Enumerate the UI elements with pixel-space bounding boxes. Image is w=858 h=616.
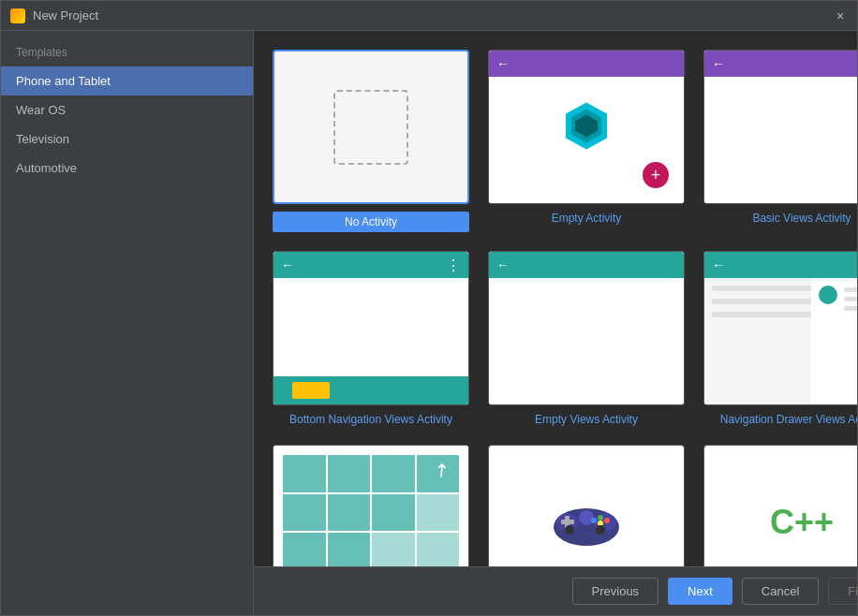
previous-button[interactable]: Previous — [572, 578, 659, 605]
phone-mockup-basic: ← ⋮ + — [704, 51, 857, 203]
phone-top-bar-nav-drawer: ← ⋮ — [704, 252, 857, 278]
card-preview-cpp: C++ — [703, 445, 857, 566]
hex-icon — [558, 97, 614, 156]
card-preview-game — [488, 445, 685, 566]
back-arrow-icon-empty-views: ← — [496, 257, 510, 272]
phone-mockup-empty: ← + — [489, 51, 684, 203]
card-label-empty-views: Empty Views Activity — [535, 413, 638, 426]
card-label-empty-activity: Empty Activity — [552, 212, 622, 225]
finish-button[interactable]: Finish — [828, 578, 857, 605]
dashed-rect-icon — [333, 90, 408, 165]
template-card-nav-drawer[interactable]: ← ⋮ — [703, 251, 857, 426]
close-button[interactable]: × — [833, 8, 848, 23]
svg-point-9 — [598, 515, 603, 521]
template-card-game[interactable]: Game Activity — [488, 445, 685, 566]
bottom-action-bar: Previous Next Cancel Finish — [254, 566, 857, 615]
nav-drawer-main — [811, 278, 857, 404]
phone-top-bar-bottom-nav: ← ⋮ — [274, 252, 468, 278]
phone-top-bar-empty-views: ← — [489, 252, 684, 278]
template-card-native-cpp[interactable]: C++ Native C++ — [703, 445, 857, 566]
content-area: Templates Phone and Tablet Wear OS Telev… — [1, 31, 857, 615]
nav-drawer-overlay — [704, 278, 821, 404]
svg-point-10 — [604, 518, 610, 523]
sidebar-item-phone-tablet[interactable]: Phone and Tablet — [1, 66, 253, 95]
svg-point-14 — [596, 525, 605, 535]
phone-top-bar-empty: ← — [489, 51, 684, 77]
back-arrow-icon-nav-drawer: ← — [712, 257, 725, 272]
template-card-empty-activity[interactable]: ← + — [488, 50, 685, 232]
gamepad-icon — [549, 494, 624, 550]
card-preview-no-activity — [273, 50, 469, 204]
more-vert-icon-bottom-nav: ⋮ — [446, 257, 461, 274]
phone-top-bar-basic: ← ⋮ — [704, 51, 857, 77]
template-card-responsive[interactable]: ↗ Responsive Views Activity — [273, 445, 469, 566]
template-grid: No Activity ← — [254, 31, 857, 566]
card-preview-basic-views: ← ⋮ + — [703, 50, 857, 204]
card-label-no-activity: No Activity — [273, 212, 469, 232]
card-label-basic-views: Basic Views Activity — [752, 212, 851, 225]
bottom-nav-yellow-indicator — [292, 382, 330, 399]
app-icon — [10, 8, 25, 23]
phone-mockup-bottom-nav: ← ⋮ — [274, 252, 468, 404]
chart-preview: ↗ — [274, 446, 468, 566]
card-preview-responsive: ↗ — [273, 445, 469, 566]
sidebar-item-television[interactable]: Television — [1, 125, 253, 154]
phone-mockup-empty-views: ← — [489, 252, 684, 404]
back-arrow-icon-basic: ← — [712, 56, 725, 71]
template-card-bottom-nav[interactable]: ← ⋮ Bottom Navigation Views Activity — [273, 251, 469, 426]
card-label-bottom-nav: Bottom Navigation Views Activity — [289, 413, 452, 426]
template-card-no-activity[interactable]: No Activity — [273, 50, 469, 232]
sidebar-section-label: Templates — [1, 40, 253, 66]
main-area: No Activity ← — [254, 31, 857, 615]
phone-mockup-nav-drawer: ← ⋮ — [704, 252, 857, 404]
svg-point-12 — [591, 518, 597, 523]
back-arrow-icon: ← — [496, 56, 510, 71]
card-preview-empty-activity: ← + — [488, 50, 685, 204]
template-card-basic-views[interactable]: ← ⋮ + Basic Views Activity — [703, 50, 857, 232]
back-arrow-icon-bottom-nav: ← — [281, 257, 294, 272]
card-preview-bottom-nav: ← ⋮ — [273, 251, 469, 405]
card-label-nav-drawer: Navigation Drawer Views Activity — [720, 413, 857, 426]
card-preview-nav-drawer: ← ⋮ — [703, 251, 857, 405]
cancel-button[interactable]: Cancel — [742, 578, 819, 605]
bottom-nav-bar — [274, 376, 468, 404]
new-project-window: New Project × Templates Phone and Tablet… — [0, 0, 858, 616]
cpp-text-icon: C++ — [770, 503, 834, 542]
svg-point-13 — [565, 525, 574, 535]
sidebar-item-wear-os[interactable]: Wear OS — [1, 95, 253, 125]
fab-button-empty: + — [643, 162, 669, 188]
title-bar: New Project × — [1, 1, 857, 31]
svg-point-6 — [579, 510, 594, 525]
window-title: New Project — [33, 8, 833, 22]
template-card-empty-views[interactable]: ← Empty Views Activity — [488, 251, 685, 426]
next-button[interactable]: Next — [668, 578, 732, 605]
sidebar: Templates Phone and Tablet Wear OS Telev… — [1, 31, 254, 615]
sidebar-item-automotive[interactable]: Automotive — [1, 154, 253, 183]
card-preview-empty-views: ← — [488, 251, 685, 405]
